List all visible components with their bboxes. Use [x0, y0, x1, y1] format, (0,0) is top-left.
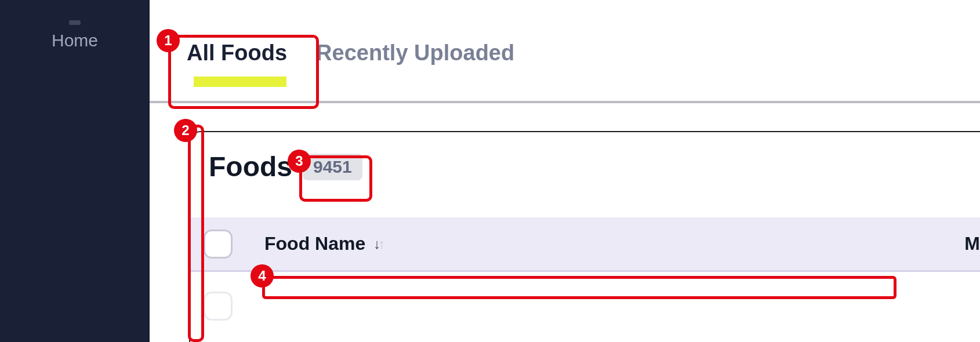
column-header-label: M — [964, 233, 980, 254]
sort-icon[interactable]: ↓↑ — [373, 237, 385, 251]
card-title: Foods — [209, 151, 292, 183]
select-all-checkbox[interactable] — [204, 230, 233, 259]
table-header-row: Food Name ↓↑ M — [190, 217, 980, 272]
tab-label: All Foods — [187, 41, 287, 65]
column-header-m[interactable]: M — [964, 233, 980, 254]
tab-all-foods[interactable]: All Foods — [187, 41, 287, 89]
sidebar-item-label: Home — [52, 31, 98, 50]
arrow-up-icon: ↑ — [378, 237, 385, 251]
content-area: Foods 9451 Food Name ↓↑ M — [150, 103, 980, 342]
home-icon — [69, 20, 81, 25]
main-content: All Foods Recently Uploaded Foods 9451 F… — [150, 0, 980, 342]
sidebar: Home — [0, 0, 150, 342]
row-checkbox-cell — [195, 292, 241, 321]
tab-recently-uploaded[interactable]: Recently Uploaded — [316, 41, 514, 89]
table-body — [190, 272, 980, 321]
column-header-label: Food Name — [264, 233, 365, 254]
count-badge: 9451 — [303, 154, 362, 180]
row-checkbox[interactable] — [204, 292, 233, 321]
annotation-marker-4: 4 — [251, 264, 274, 288]
annotation-marker-3: 3 — [288, 150, 311, 173]
annotation-marker-1: 1 — [157, 29, 180, 52]
annotation-marker-2: 2 — [174, 119, 197, 142]
sidebar-item-home[interactable]: Home — [0, 20, 150, 50]
tab-label: Recently Uploaded — [316, 41, 514, 65]
tabs-bar: All Foods Recently Uploaded — [150, 0, 980, 103]
select-all-cell — [195, 230, 241, 259]
column-header-food-name[interactable]: Food Name ↓↑ — [241, 233, 385, 254]
